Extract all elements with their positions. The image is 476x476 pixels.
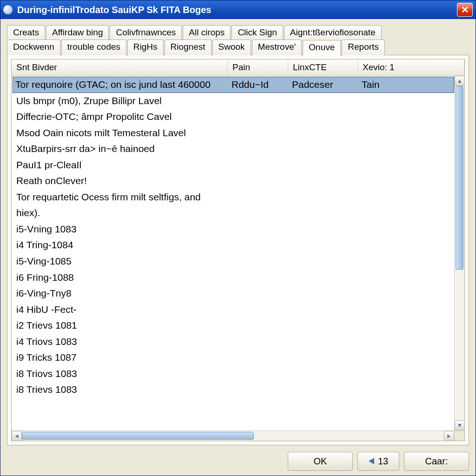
tab-creats[interactable]: Creats — [7, 25, 45, 40]
scroll-left-icon[interactable]: ◄ — [12, 431, 22, 441]
scroll-up-icon[interactable]: ▲ — [455, 76, 465, 86]
tab-mestrove-[interactable]: Mestrove' — [252, 40, 302, 55]
close-button[interactable]: ✕ — [457, 3, 473, 17]
cell: Padceser — [292, 77, 362, 93]
list-item[interactable]: i4 Triovs 1083 — [13, 334, 454, 350]
scroll-thumb[interactable] — [456, 86, 463, 270]
tab-dockwenn[interactable]: Dockwenn — [7, 40, 60, 55]
list-header: Snt Bivder Pain LinxCTE Xevio: 1 — [12, 60, 464, 76]
window-title: During-infinilTrodato SauiKP Sk FITA Bog… — [17, 5, 457, 15]
list-item[interactable]: i2 Trievs 1081 — [13, 317, 454, 334]
back-label: 13 — [378, 456, 388, 467]
button-bar: OK 13 Caar: — [7, 445, 469, 471]
list-item[interactable]: i6-Ving-Tny8 — [13, 285, 454, 302]
cancel-label: Caar: — [425, 456, 448, 467]
column-header[interactable]: LinxCTE — [288, 60, 358, 75]
tab-all-cirops[interactable]: All cirops — [183, 25, 231, 40]
tab-riognest[interactable]: Riognest — [165, 40, 212, 55]
list-item[interactable]: XtuBarpirs-srr da> in~ē hainoed — [13, 141, 454, 157]
tab-onuve[interactable]: Onuve — [303, 40, 341, 56]
list-item[interactable]: i4 HibU -Fect- — [13, 302, 454, 318]
list-item[interactable]: i5-Ving-1085 — [13, 253, 454, 270]
list-item[interactable]: Msod Oain nicots milt Temesteral Lavel — [13, 125, 454, 141]
client-area: CreatsAffirdaw bingColivfrnawncesAll cir… — [0, 19, 476, 476]
list-item[interactable]: PauI1 pr-CleaIl — [13, 157, 454, 173]
ok-label: OK — [314, 456, 327, 467]
list-item[interactable]: hiex). — [13, 205, 454, 221]
list-item[interactable]: i5-Vning 1083 — [13, 221, 454, 238]
tab-affirdaw-bing[interactable]: Affirdaw bing — [46, 25, 109, 40]
tab-aignt-t-erviofiosonate[interactable]: Aignt:tßerviofiosonate — [284, 25, 382, 40]
cell: Tain — [362, 77, 451, 93]
list-item[interactable]: Uls bmpr (m0), Zrupe Billipr Lavel — [13, 93, 454, 109]
scroll-corner — [454, 431, 464, 441]
list-item[interactable]: i4 Tring-1084 — [13, 237, 454, 253]
column-header[interactable]: Pain — [228, 60, 288, 75]
tab-colivfrnawnces[interactable]: Colivfrnawnces — [110, 25, 182, 40]
scroll-thumb[interactable] — [22, 432, 254, 440]
vertical-scrollbar[interactable]: ▲ ▼ — [454, 76, 464, 430]
tab-row-1: CreatsAffirdaw bingColivfrnawncesAll cir… — [7, 25, 469, 39]
scroll-track[interactable] — [22, 431, 444, 441]
column-header[interactable]: Xevio: 1 — [358, 60, 464, 75]
tab-click-sign[interactable]: Click Sign — [231, 25, 283, 40]
list-item[interactable]: Reath onClever! — [13, 173, 454, 189]
list-item[interactable]: i8 Triovs 1083 — [13, 366, 454, 382]
title-bar: During-infinilTrodato SauiKP Sk FITA Bog… — [0, 0, 476, 19]
list-row-selected[interactable]: Tor requnoire (GTAC; on isc jund last 46… — [13, 77, 454, 93]
tab-swook[interactable]: Swook — [212, 40, 251, 55]
cancel-button[interactable]: Caar: — [404, 452, 469, 471]
cell: Rddu~Id — [231, 77, 292, 93]
list-item[interactable]: Tor requartetic Ocess firm milt seltfigs… — [13, 189, 454, 205]
cell: Tor requnoire (GTAC; on isc jund last 46… — [15, 77, 231, 93]
app-icon — [3, 5, 13, 14]
scroll-right-icon[interactable]: ► — [444, 431, 454, 441]
tab-trouble-codes[interactable]: trouble codes — [61, 40, 126, 55]
horizontal-scrollbar[interactable]: ◄ ► — [12, 430, 464, 441]
ok-button[interactable]: OK — [288, 452, 353, 471]
list-view: Snt Bivder Pain LinxCTE Xevio: 1 Tor req… — [11, 59, 465, 441]
arrow-left-icon — [369, 456, 374, 467]
list-item[interactable]: i9 Tricks 1087 — [13, 350, 454, 366]
tab-reports[interactable]: Reports — [342, 40, 385, 55]
close-icon: ✕ — [461, 4, 469, 15]
back-button[interactable]: 13 — [357, 452, 399, 471]
tab-righs[interactable]: RigHs — [127, 40, 164, 55]
scroll-down-icon[interactable]: ▼ — [455, 420, 465, 430]
tab-row-2: Dockwenntrouble codesRigHsRiognestSwookM… — [7, 39, 469, 55]
list-item[interactable]: i8 Trievs 1083 — [13, 382, 454, 398]
dialog-window: During-infinilTrodato SauiKP Sk FITA Bog… — [0, 0, 476, 476]
list-item[interactable]: i6 Fring-1088 — [13, 270, 454, 286]
tab-strip: CreatsAffirdaw bingColivfrnawncesAll cir… — [7, 25, 469, 55]
column-header[interactable]: Snt Bivder — [12, 60, 228, 75]
list-body[interactable]: Tor requnoire (GTAC; on isc jund last 46… — [12, 76, 454, 430]
list-item[interactable]: Diffecrie-OTC; âmpr Propolitc Cavel — [13, 109, 454, 125]
tab-panel: Snt Bivder Pain LinxCTE Xevio: 1 Tor req… — [7, 55, 469, 445]
scroll-track[interactable] — [455, 86, 464, 420]
